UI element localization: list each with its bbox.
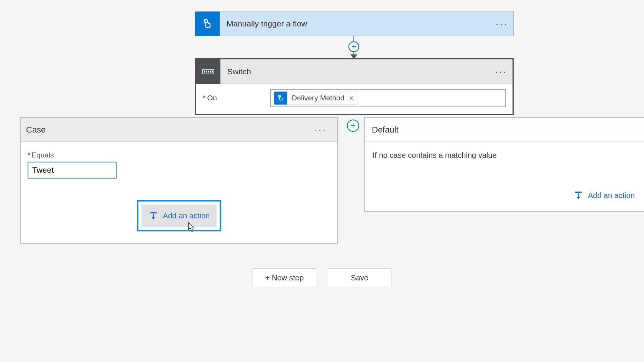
equals-label: *Equals [28, 151, 330, 159]
token-remove-icon[interactable]: ✕ [348, 95, 358, 102]
default-add-action-button[interactable]: Add an action [373, 190, 636, 200]
switch-on-input[interactable]: Delivery Method ✕ [270, 89, 506, 107]
case-card: Case ··· *Equals Add an action [20, 117, 338, 244]
touch-icon [274, 92, 287, 105]
add-action-icon [148, 211, 158, 221]
trigger-more-icon[interactable]: ··· [490, 22, 513, 26]
save-button[interactable]: Save [328, 268, 391, 287]
add-action-highlight: Add an action [137, 200, 221, 231]
svg-point-1 [205, 20, 206, 21]
new-step-button[interactable]: + New step [253, 268, 316, 287]
switch-card: Switch ··· *On Delivery Method ✕ [195, 58, 514, 115]
connector: + [353, 36, 354, 58]
equals-input[interactable] [28, 162, 117, 179]
svg-point-9 [279, 96, 280, 97]
switch-more-icon[interactable]: ··· [490, 70, 513, 74]
svg-rect-4 [206, 70, 207, 72]
svg-rect-10 [150, 212, 156, 213]
switch-on-label: *On [203, 94, 270, 102]
touch-icon [195, 11, 220, 36]
add-action-label: Add an action [163, 211, 210, 220]
svg-rect-7 [212, 70, 213, 72]
add-action-label: Add an action [588, 191, 635, 200]
default-card: Default If no case contains a matching v… [364, 117, 644, 212]
default-header[interactable]: Default [365, 118, 644, 142]
svg-rect-5 [208, 70, 209, 72]
insert-step-button[interactable]: + [348, 41, 359, 52]
case-header[interactable]: Case ··· [21, 118, 337, 142]
add-action-icon [573, 190, 583, 200]
trigger-card[interactable]: Manually trigger a flow ··· [195, 11, 514, 36]
token-label: Delivery Method [287, 94, 348, 102]
svg-rect-13 [575, 192, 582, 193]
switch-title: Switch [220, 67, 490, 76]
trigger-title: Manually trigger a flow [220, 19, 490, 28]
default-title: Default [372, 125, 399, 135]
dynamic-token[interactable]: Delivery Method ✕ [274, 92, 358, 105]
case-title: Case [26, 125, 309, 135]
default-description: If no case contains a matching value [373, 151, 636, 160]
bottom-bar: + New step Save [0, 268, 644, 287]
add-case-button[interactable]: + [347, 120, 359, 132]
case-more-icon[interactable]: ··· [309, 128, 332, 132]
svg-marker-12 [151, 217, 155, 219]
switch-header[interactable]: Switch ··· [196, 59, 513, 84]
svg-marker-15 [577, 197, 580, 199]
switch-icon [196, 59, 220, 84]
svg-rect-3 [204, 70, 205, 72]
case-add-action-button[interactable]: Add an action [141, 205, 217, 227]
svg-rect-6 [210, 70, 211, 72]
